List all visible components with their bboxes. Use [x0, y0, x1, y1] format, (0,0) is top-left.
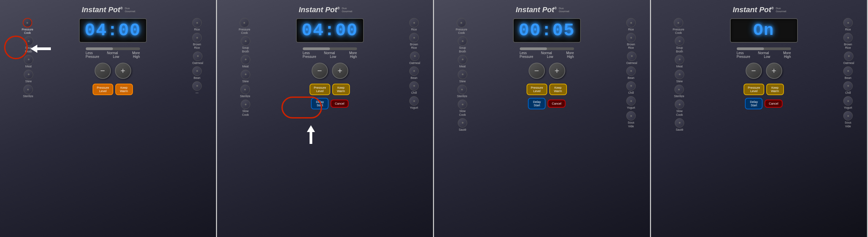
- bottom-row-1: PressureLevel KeepWarm: [93, 84, 133, 95]
- soup-broth-btn-2[interactable]: SoupBroth: [241, 36, 250, 53]
- cancel-btn-3[interactable]: Cancel: [548, 100, 565, 108]
- yogurt-btn-3[interactable]: Yogurt: [626, 96, 636, 109]
- brown-rice-btn-2[interactable]: BrownRice: [409, 33, 419, 49]
- slider-labels-1: Less Normal More: [86, 51, 140, 55]
- soup-broth-btn-4[interactable]: SoupBroth: [675, 36, 684, 53]
- slider-fill-1: [86, 47, 113, 50]
- rice-btn-4[interactable]: Rice: [843, 18, 853, 31]
- rice-btn-1[interactable]: Rice: [192, 18, 202, 31]
- brand-name-2: Instant Pot®: [299, 5, 340, 14]
- meat-btn-3[interactable]: Meat: [458, 55, 467, 68]
- bottom-row-3: PressureLevel KeepWarm: [527, 84, 567, 95]
- oatmeal-btn-1[interactable]: Oatmeal: [192, 51, 203, 65]
- chill-btn-4[interactable]: Chill: [843, 81, 853, 94]
- meat-btn-4[interactable]: Meat: [675, 55, 684, 68]
- stew-btn-4[interactable]: Stew: [675, 70, 684, 83]
- pressure-row-4: Pressure Low High: [737, 55, 791, 59]
- keep-warm-btn-4[interactable]: KeepWarm: [766, 84, 784, 95]
- yogurt-btn-4[interactable]: Yogurt: [843, 96, 853, 109]
- stew-btn-2[interactable]: Stew: [241, 70, 250, 83]
- sous-vide-btn-3[interactable]: SousVide: [626, 111, 636, 128]
- brand-row-1: Instant Pot® Duo Gourmet: [82, 5, 135, 14]
- cancel-btn-4[interactable]: Cancel: [765, 100, 782, 108]
- chill-btn-1[interactable]: —: [192, 81, 202, 94]
- panel-3: Instant Pot® Duo Gourmet PressureCook So…: [434, 0, 651, 237]
- minus-btn-4[interactable]: −: [746, 63, 762, 79]
- oatmeal-btn-4[interactable]: Oatmeal: [843, 51, 854, 65]
- plus-btn-2[interactable]: +: [332, 63, 348, 79]
- chill-btn-2[interactable]: Chill: [409, 81, 419, 94]
- rice-btn-3[interactable]: Rice: [626, 18, 636, 31]
- brand-row-2: Instant Pot® Duo Gourmet: [299, 5, 352, 14]
- keep-warm-btn-3[interactable]: KeepWarm: [549, 84, 567, 95]
- meat-btn-1[interactable]: Meat: [24, 55, 33, 68]
- brand-name-1: Instant Pot®: [82, 5, 123, 14]
- cancel-btn-2[interactable]: Cancel: [331, 100, 348, 108]
- pressure-cook-btn-3[interactable]: PressureCook: [456, 18, 467, 35]
- pressure-cook-btn-4[interactable]: PressureCook: [673, 18, 684, 35]
- slider-fill-4: [737, 47, 764, 50]
- saute-btn-4[interactable]: Sauté: [675, 118, 684, 131]
- bean-btn-4[interactable]: Bean: [843, 66, 853, 80]
- brand-sub-4: Duo Gourmet: [776, 7, 786, 13]
- delay-start-btn-3[interactable]: DelayStart: [528, 98, 546, 109]
- pressure-level-btn-3[interactable]: PressureLevel: [527, 84, 547, 95]
- bottom-row-2: PressureLevel KeepWarm: [310, 84, 350, 95]
- pressure-level-btn-2[interactable]: PressureLevel: [310, 84, 330, 95]
- pressure-area-3: Less Normal More Pressure Low High: [513, 47, 581, 59]
- chill-btn-3[interactable]: Chill: [626, 81, 636, 94]
- bean-btn-3[interactable]: Bean: [626, 66, 636, 80]
- slider-track-2: [303, 47, 357, 50]
- display-screen-4: On: [730, 18, 798, 43]
- oatmeal-btn-2[interactable]: Oatmeal: [409, 51, 420, 65]
- panel-4: Instant Pot® Duo Gourmet PressureCook So…: [651, 0, 868, 237]
- sous-vide-btn-4[interactable]: SousVide: [843, 111, 853, 128]
- sterilize-btn-2[interactable]: Sterilize: [240, 85, 250, 98]
- stew-btn-3[interactable]: Stew: [458, 70, 467, 83]
- delay-start-btn-4[interactable]: DelayStart: [745, 98, 763, 109]
- slow-cook-btn-2[interactable]: SlowCook: [241, 100, 250, 116]
- minus-btn-2[interactable]: −: [312, 63, 328, 79]
- display-screen-3: 00:05: [513, 18, 581, 43]
- pressure-area-4: Less Normal More Pressure Low High: [730, 47, 798, 59]
- meat-btn-2[interactable]: Meat: [241, 55, 250, 68]
- display-screen-1: 04:00: [79, 18, 147, 43]
- sterilize-btn-1[interactable]: Sterilize: [23, 85, 33, 98]
- oatmeal-btn-3[interactable]: Oatmeal: [626, 51, 637, 65]
- soup-broth-btn-3[interactable]: SoupBroth: [458, 36, 467, 53]
- panel-1: Instant Pot® Duo Gourmet PressureCook So…: [0, 0, 217, 237]
- bean-btn-2[interactable]: Bean: [409, 66, 419, 80]
- minus-plus-row-4: − +: [746, 63, 782, 79]
- brown-rice-btn-1[interactable]: BrownRice: [192, 33, 202, 49]
- minus-plus-row-2: − +: [312, 63, 348, 79]
- brown-rice-btn-3[interactable]: BrownRice: [626, 33, 636, 49]
- minus-btn-1[interactable]: −: [95, 63, 111, 79]
- soup-broth-btn-1[interactable]: SoupBroth: [24, 36, 33, 53]
- brown-rice-btn-4[interactable]: BrownRice: [843, 33, 853, 49]
- stew-btn-1[interactable]: Stew: [24, 70, 33, 83]
- keep-warm-btn-1[interactable]: KeepWarm: [115, 84, 133, 95]
- panel-2: Instant Pot® Duo Gourmet PressureCook So…: [217, 0, 434, 237]
- plus-btn-3[interactable]: +: [549, 63, 565, 79]
- slow-cook-btn-3[interactable]: SlowCook: [458, 100, 467, 116]
- slow-cook-btn-4[interactable]: SlowCook: [675, 100, 684, 116]
- bottom-row-4: PressureLevel KeepWarm: [744, 84, 784, 95]
- delay-start-btn-2[interactable]: DelayStart: [311, 98, 329, 109]
- pressure-level-btn-4[interactable]: PressureLevel: [744, 84, 764, 95]
- minus-btn-3[interactable]: −: [529, 63, 545, 79]
- sterilize-btn-4[interactable]: Sterilize: [674, 85, 684, 98]
- slider-labels-3: Less Normal More: [520, 51, 574, 55]
- saute-btn-3[interactable]: Sauté: [458, 118, 467, 131]
- keep-warm-btn-2[interactable]: KeepWarm: [332, 84, 350, 95]
- rice-btn-2[interactable]: Rice: [409, 18, 419, 31]
- bean-btn-1[interactable]: Bean: [192, 66, 202, 80]
- plus-btn-1[interactable]: +: [115, 63, 131, 79]
- pressure-area-1: Less Normal More Pressure Low High: [79, 47, 147, 59]
- pressure-cook-btn-2[interactable]: PressureCook: [239, 18, 250, 35]
- sterilize-btn-3[interactable]: Sterilize: [457, 85, 467, 98]
- yogurt-btn-2[interactable]: Yogurt: [409, 96, 419, 109]
- pressure-level-btn-1[interactable]: PressureLevel: [93, 84, 113, 95]
- pressure-row-2: Pressure Low High: [303, 55, 357, 59]
- pressure-cook-btn-1[interactable]: PressureCook: [22, 18, 33, 35]
- plus-btn-4[interactable]: +: [766, 63, 782, 79]
